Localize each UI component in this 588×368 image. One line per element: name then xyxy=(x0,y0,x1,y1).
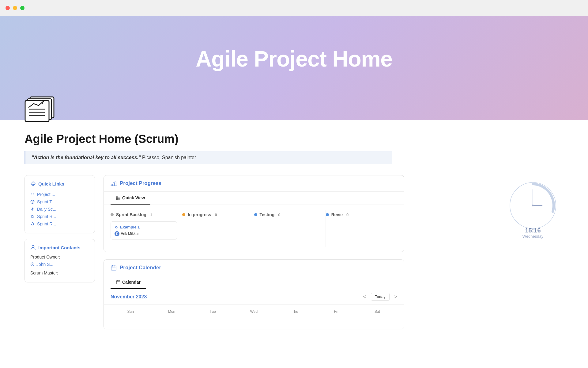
day-header-tue: Tue xyxy=(193,309,233,314)
quick-link-item-4[interactable]: Sprint R... xyxy=(30,213,89,220)
person-circle-icon xyxy=(30,262,35,266)
quick-link-item-3[interactable]: Daily Sc... xyxy=(30,205,89,213)
window-chrome xyxy=(0,0,588,16)
kanban-col-testing: Testing 0 xyxy=(254,210,326,247)
diamond-icon xyxy=(30,181,36,186)
page-title: Agile Project Home (Scrum) xyxy=(24,132,404,146)
col-label-review: Revie xyxy=(331,212,343,217)
quote-text: "Action is the foundational key to all s… xyxy=(32,155,141,160)
person-icon xyxy=(30,245,36,250)
quote-block: "Action is the foundational key to all s… xyxy=(24,151,392,164)
scrum-master-label: Scrum Master: xyxy=(30,270,89,275)
tab-calendar-label: Calendar xyxy=(122,280,141,285)
svg-marker-13 xyxy=(32,208,33,211)
quick-link-label-1: Project ... xyxy=(37,192,55,197)
col-header-testing: Testing 0 xyxy=(254,210,321,221)
calendar-nav: < Today > xyxy=(363,293,397,301)
kanban-card-assignee: E Erik Mikkus xyxy=(115,231,173,236)
day-header-sat: Sat xyxy=(357,309,397,314)
tab-quick-view-label: Quick View xyxy=(122,195,145,200)
col-label-sprint-backlog: Sprint Backlog xyxy=(116,212,146,217)
project-calendar-title: Project Calender xyxy=(120,265,161,271)
col-header-in-progress: In progress 0 xyxy=(182,210,249,221)
clock-day: Wednesday xyxy=(522,234,543,239)
chart-bar-icon xyxy=(111,180,117,186)
check-circle-icon xyxy=(30,200,35,204)
quick-links-title: Quick Links xyxy=(38,181,64,186)
col-count-testing: 0 xyxy=(278,213,280,217)
col-count-review: 0 xyxy=(346,213,349,217)
lightning-icon xyxy=(30,207,35,211)
main-content: Agile Project Home (Scrum) "Action is th… xyxy=(0,120,429,342)
contacts-title: Important Contacts xyxy=(38,245,81,250)
col-header-sprint-backlog: Sprint Backlog 1 xyxy=(111,210,177,221)
svg-point-36 xyxy=(532,205,534,206)
calendar-month-row: November 2023 < Today > xyxy=(104,289,404,305)
project-progress-header: Project Progress xyxy=(104,175,404,192)
day-header-mon: Mon xyxy=(152,309,191,314)
traffic-light-red[interactable] xyxy=(6,6,10,10)
project-calendar-header: Project Calender xyxy=(104,260,404,276)
col-header-review: Revie 0 xyxy=(326,210,392,221)
kanban-card-example1: Example 1 E Erik Mikkus xyxy=(111,221,177,240)
hero-banner: Agile Project Home xyxy=(0,16,588,120)
traffic-light-green[interactable] xyxy=(20,6,24,10)
tab-calendar[interactable]: Calendar xyxy=(111,276,146,289)
kanban-columns: Sprint Backlog 1 Example 1 xyxy=(111,210,397,247)
refresh-icon-2 xyxy=(30,222,35,226)
assignee-avatar: E xyxy=(115,231,119,236)
col-dot-sprint-backlog xyxy=(111,213,114,216)
hero-icon xyxy=(24,88,61,123)
traffic-light-yellow[interactable] xyxy=(13,6,17,10)
svg-rect-2 xyxy=(25,101,49,121)
product-owner-person[interactable]: John S... xyxy=(30,261,89,268)
col-dot-in-progress xyxy=(182,213,185,216)
tab-quick-view[interactable]: Quick View xyxy=(111,192,150,205)
list-icon-1 xyxy=(30,192,35,197)
kanban-card-title-example1[interactable]: Example 1 xyxy=(115,225,173,229)
product-owner-label: Product Owner: xyxy=(30,255,89,259)
calendar-today-btn[interactable]: Today xyxy=(371,293,390,301)
svg-rect-19 xyxy=(115,182,116,186)
quick-link-item-1[interactable]: Project ... xyxy=(30,191,89,198)
col-dot-review xyxy=(326,213,329,216)
svg-rect-17 xyxy=(111,184,112,186)
quick-link-item-5[interactable]: Sprint R... xyxy=(30,220,89,228)
calendar-next-btn[interactable]: > xyxy=(394,294,397,300)
clock-svg xyxy=(505,178,560,233)
svg-rect-29 xyxy=(116,281,120,284)
kanban-col-in-progress: In progress 0 xyxy=(182,210,254,247)
col-count-sprint-backlog: 1 xyxy=(150,213,152,217)
quick-links-card: Quick Links Project ... xyxy=(24,175,95,233)
contacts-header: Important Contacts xyxy=(30,245,89,250)
quick-links-list: Project ... Sprint T... xyxy=(30,191,89,228)
svg-rect-18 xyxy=(113,183,114,186)
col-label-in-progress: In progress xyxy=(188,212,211,217)
day-header-wed: Wed xyxy=(234,309,274,314)
calendar-body: Sun Mon Tue Wed Thu Fri Sat xyxy=(104,305,404,329)
quick-link-label-5: Sprint R... xyxy=(37,221,56,226)
quick-link-label-2: Sprint T... xyxy=(37,199,55,204)
refresh-small-icon xyxy=(115,225,118,229)
col-label-testing: Testing xyxy=(260,212,275,217)
project-progress-title: Project Progress xyxy=(120,180,161,186)
table-icon xyxy=(116,196,120,200)
kanban-col-review: Revie 0 xyxy=(326,210,397,247)
quote-attribution: Picasso, Spanish painter xyxy=(141,155,196,160)
svg-point-16 xyxy=(32,263,33,264)
clock-time-display: 15:16 Wednesday xyxy=(522,227,543,239)
calendar-month-label: November 2023 xyxy=(111,294,147,300)
calendar-prev-btn[interactable]: < xyxy=(363,294,366,300)
quick-link-item-2[interactable]: Sprint T... xyxy=(30,198,89,205)
kanban-col-sprint-backlog: Sprint Backlog 1 Example 1 xyxy=(111,210,182,247)
calendar-section-icon xyxy=(111,265,117,271)
product-owner-name: John S... xyxy=(36,262,53,267)
important-contacts-card: Important Contacts Product Owner: John S… xyxy=(24,239,95,282)
left-sidebar: Quick Links Project ... xyxy=(24,175,95,282)
content-grid: Quick Links Project ... xyxy=(24,175,404,329)
hero-title: Agile Project Home xyxy=(196,46,392,71)
quick-link-label-4: Sprint R... xyxy=(37,214,56,219)
refresh-icon-1 xyxy=(30,214,35,219)
calendar-tab-icon xyxy=(116,280,120,284)
assignee-name: Erik Mikkus xyxy=(121,232,139,236)
